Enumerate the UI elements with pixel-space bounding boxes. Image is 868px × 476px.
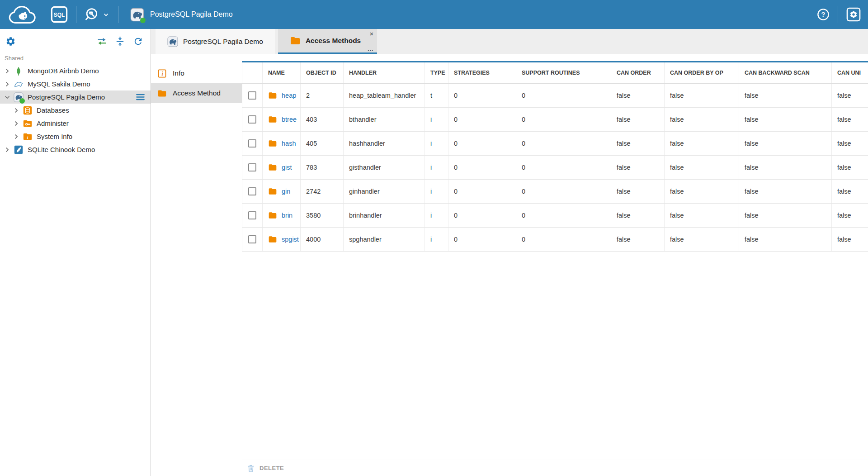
topbar-separator — [118, 6, 118, 23]
tab-label: Access Methods — [306, 37, 361, 45]
column-header-can-uni[interactable]: CAN UNI — [832, 62, 868, 83]
column-header-strategies[interactable]: STRATEGIES — [448, 62, 516, 83]
tab-close-icon[interactable]: × — [369, 30, 373, 37]
subnav-item-info[interactable]: iInfo — [151, 63, 242, 83]
checkbox-cell — [242, 83, 263, 107]
cell-can-backward-scan: false — [739, 155, 832, 179]
sidebar-item-databases[interactable]: Databases — [0, 104, 151, 117]
access-method-link[interactable]: gist — [282, 164, 292, 171]
column-header-handler[interactable]: HANDLER — [344, 62, 425, 83]
chevron-right-icon[interactable] — [3, 67, 12, 76]
chevron-down-icon[interactable] — [3, 93, 12, 102]
cell-can-order-by-op: false — [665, 203, 739, 227]
row-checkbox[interactable] — [248, 91, 256, 100]
table-row-btree: btree403bthandleri00falsefalsefalsefalse — [242, 107, 868, 131]
subnav-item-access-method[interactable]: Access Method — [151, 83, 242, 103]
topbar-connection-tab[interactable]: PostgreSQL Pagila Demo — [127, 0, 236, 29]
delete-button[interactable]: DELETE — [246, 464, 284, 473]
name-cell: btree — [268, 108, 298, 131]
app-logo-cloud-dog-icon[interactable] — [7, 4, 42, 26]
folder-icon — [268, 235, 277, 244]
new-query-sql-button[interactable]: SQL — [51, 6, 68, 23]
chevron-right-icon[interactable] — [3, 145, 12, 154]
tab-overflow-icon[interactable]: ... — [368, 46, 373, 52]
row-checkbox[interactable] — [248, 211, 256, 219]
cell-name: heap — [263, 83, 301, 107]
sidebar-section-label: Shared — [0, 54, 151, 64]
status-dot — [19, 98, 25, 104]
sidebar-item-mysql-sakila-demo[interactable]: MySQL Sakila Demo — [0, 77, 151, 90]
cell-support-routines: 0 — [516, 227, 611, 251]
sidebar-item-sqlite-chinook-demo[interactable]: SQLite Chinook Demo — [0, 143, 151, 156]
connections-gear-icon[interactable] — [5, 36, 16, 47]
checkbox-cell — [242, 131, 263, 155]
access-method-link[interactable]: btree — [282, 116, 297, 123]
sidebar-item-system-info[interactable]: iSystem Info — [0, 130, 151, 143]
column-header-can-backward-scan[interactable]: CAN BACKWARD SCAN — [739, 62, 832, 83]
chevron-right-icon[interactable] — [12, 106, 21, 115]
cell-name: gist — [263, 155, 301, 179]
column-header-object-id[interactable]: OBJECT ID — [301, 62, 344, 83]
connection-tree: MongoDB Airbnb DemoMySQL Sakila DemoPost… — [0, 64, 151, 156]
row-checkbox[interactable] — [248, 235, 256, 243]
administer-icon — [23, 119, 33, 129]
cell-object-id: 2742 — [301, 179, 344, 203]
row-checkbox[interactable] — [248, 139, 256, 148]
access-method-link[interactable]: heap — [282, 92, 296, 99]
folder-icon — [290, 35, 301, 46]
table-row-spgist: spgist4000spghandleri00falsefalsefalsefa… — [242, 227, 868, 251]
cell-object-id: 783 — [301, 155, 344, 179]
cell-handler: brinhandler — [344, 203, 425, 227]
row-checkbox[interactable] — [248, 187, 256, 195]
column-header-can-order-by-op[interactable]: CAN ORDER BY OP — [665, 62, 739, 83]
checkbox-cell — [242, 203, 263, 227]
menu-icon[interactable] — [135, 91, 146, 103]
cell-name: spgist — [263, 227, 301, 251]
cell-object-id: 405 — [301, 131, 344, 155]
sidebar-item-administer[interactable]: Administer — [0, 117, 151, 130]
access-method-link[interactable]: gin — [282, 188, 290, 195]
settings-button[interactable] — [846, 7, 861, 22]
row-checkbox[interactable] — [248, 163, 256, 171]
tab-postgresql-pagila-demo[interactable]: PostgreSQL Pagila Demo — [156, 29, 275, 54]
cell-name: brin — [263, 203, 301, 227]
chevron-right-icon[interactable] — [12, 119, 21, 128]
folder-icon — [268, 187, 277, 196]
cell-can-order: false — [611, 83, 665, 107]
cell-handler: gisthandler — [344, 155, 425, 179]
access-method-link[interactable]: spgist — [282, 236, 299, 243]
cell-can-order: false — [611, 155, 665, 179]
sidebar-item-mongodb-airbnb-demo[interactable]: MongoDB Airbnb Demo — [0, 64, 151, 77]
row-checkbox[interactable] — [248, 115, 256, 124]
postgresql-icon — [130, 8, 144, 22]
folder-icon — [268, 91, 277, 100]
cell-support-routines: 0 — [516, 155, 611, 179]
tab-access-methods[interactable]: Access Methods×... — [278, 29, 377, 54]
column-header-support-routines[interactable]: SUPPORT ROUTINES — [516, 62, 611, 83]
collapse-all-icon[interactable] — [115, 36, 125, 47]
swap-arrows-icon[interactable] — [97, 36, 107, 47]
chevron-right-icon[interactable] — [12, 132, 21, 141]
checkbox-cell — [242, 155, 263, 179]
access-method-link[interactable]: hash — [282, 140, 296, 147]
tools-menu-button[interactable] — [85, 7, 110, 22]
name-cell: gin — [268, 180, 298, 203]
cell-strategies: 0 — [448, 179, 516, 203]
chevron-right-icon[interactable] — [3, 80, 12, 89]
cell-support-routines: 0 — [516, 203, 611, 227]
cell-strategies: 0 — [448, 107, 516, 131]
cell-can-uni: false — [832, 203, 868, 227]
column-header-name[interactable]: NAME — [263, 62, 301, 83]
cell-object-id: 3580 — [301, 203, 344, 227]
sidebar-item-postgresql-pagila-demo[interactable]: PostgreSQL Pagila Demo — [0, 90, 151, 104]
refresh-icon[interactable] — [133, 36, 143, 47]
app-body: Shared MongoDB Airbnb DemoMySQL Sakila D… — [0, 29, 868, 476]
column-header-type[interactable]: TYPE — [425, 62, 448, 83]
cell-can-order-by-op: false — [665, 179, 739, 203]
object-subnav: iInfoAccess Method — [151, 54, 242, 476]
cell-can-order: false — [611, 227, 665, 251]
help-button[interactable]: ? — [817, 8, 830, 21]
column-header-can-order[interactable]: CAN ORDER — [611, 62, 665, 83]
access-method-link[interactable]: brin — [282, 212, 292, 219]
cell-can-order-by-op: false — [665, 155, 739, 179]
